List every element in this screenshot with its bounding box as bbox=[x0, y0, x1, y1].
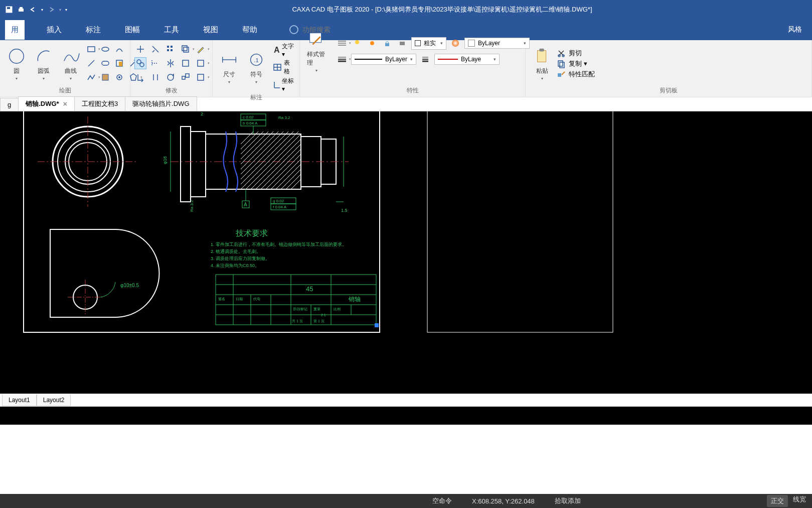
rectangle-icon[interactable]: ▾ bbox=[85, 43, 97, 55]
region-icon[interactable] bbox=[113, 43, 125, 55]
gear-icon[interactable] bbox=[113, 71, 125, 83]
svg-rect-146 bbox=[375, 323, 379, 327]
svg-text:2. 铣通调质处。去毛刺。: 2. 铣通调质处。去毛刺。 bbox=[211, 249, 261, 254]
undo-icon[interactable] bbox=[29, 6, 37, 14]
coord-button[interactable]: 坐标 ▾ bbox=[273, 77, 295, 92]
linetype-dropdown[interactable]: 粗实 ▾ bbox=[411, 37, 446, 50]
quick-access-toolbar: ▾ ▾ ▾ bbox=[0, 6, 72, 14]
slot-icon[interactable] bbox=[99, 57, 111, 69]
layout-tab-2[interactable]: Layout2 bbox=[37, 395, 71, 406]
hatch-icon[interactable] bbox=[99, 71, 111, 83]
line-icon[interactable] bbox=[85, 57, 97, 69]
svg-text:阶段标记: 阶段标记 bbox=[293, 307, 307, 311]
sun-icon[interactable] bbox=[366, 37, 378, 49]
undo-dropdown[interactable]: ▾ bbox=[41, 8, 43, 12]
cut-button[interactable]: 剪切 bbox=[557, 49, 595, 58]
drawing-canvas[interactable]: φ10±0.5 φ18 bbox=[0, 111, 812, 394]
tab-help[interactable]: 帮助 bbox=[240, 21, 259, 39]
drawing-content: φ10±0.5 φ18 bbox=[0, 111, 812, 394]
paste-button[interactable]: 粘贴 ▾ bbox=[530, 46, 555, 82]
color-dropdown[interactable]: ByLayer ▾ bbox=[464, 38, 530, 49]
ellipse-icon[interactable] bbox=[99, 43, 111, 55]
bulb-icon[interactable] bbox=[351, 37, 363, 49]
tab-annotate[interactable]: 标注 bbox=[84, 21, 103, 39]
dimension-button[interactable]: 尺寸 ▾ bbox=[217, 49, 242, 85]
polyline-icon[interactable]: ▾ bbox=[85, 71, 97, 83]
svg-rect-57 bbox=[560, 62, 564, 68]
doc-tab-3[interactable]: 驱动轮轴挡片.DWG bbox=[125, 96, 197, 111]
lock-icon[interactable] bbox=[381, 37, 393, 49]
modify-icons: ▾ ▾ ▾ ▾ bbox=[134, 43, 209, 84]
chamfer-icon[interactable]: ▾ bbox=[195, 57, 207, 69]
layout-tab-1[interactable]: Layout1 bbox=[2, 395, 37, 406]
tab-tools[interactable]: 工具 bbox=[162, 21, 181, 39]
fillet-icon[interactable] bbox=[180, 57, 192, 69]
split-icon[interactable] bbox=[149, 71, 161, 83]
mirror-icon[interactable] bbox=[165, 57, 177, 69]
svg-text:3. 调质处理后应力回复制做。: 3. 调质处理后应力回复制做。 bbox=[211, 256, 270, 261]
offset-icon[interactable]: ▾ bbox=[180, 43, 192, 55]
arc-button[interactable]: 圆弧 ▾ bbox=[31, 46, 56, 82]
svg-rect-16 bbox=[167, 49, 169, 51]
tab-home[interactable]: 用 bbox=[5, 20, 25, 40]
tab-sheet[interactable]: 图幅 bbox=[123, 21, 142, 39]
lines2-icon[interactable]: ▾ bbox=[336, 53, 348, 65]
redo-dropdown[interactable]: ▾ bbox=[59, 8, 61, 12]
svg-text:日期: 日期 bbox=[236, 297, 243, 301]
svg-rect-3 bbox=[20, 7, 23, 9]
svg-rect-26 bbox=[186, 74, 189, 77]
snap-mode[interactable]: 拾取添加 bbox=[555, 496, 581, 505]
table-button[interactable]: 表格 bbox=[273, 59, 295, 76]
ortho-toggle[interactable]: 正交 bbox=[767, 495, 788, 507]
copy-icon[interactable] bbox=[134, 57, 146, 69]
print-layer-icon[interactable] bbox=[396, 37, 408, 49]
svg-rect-59 bbox=[24, 111, 380, 332]
doc-tab-1[interactable]: 销轴.DWG*× bbox=[18, 96, 75, 111]
layer-dropdown[interactable]: ByLayer▾ bbox=[351, 54, 416, 65]
move-icon[interactable] bbox=[134, 43, 146, 55]
match-props-button[interactable]: 特性匹配 bbox=[557, 70, 595, 79]
command-area[interactable] bbox=[0, 407, 812, 425]
explode-icon[interactable]: ▾ bbox=[195, 71, 207, 83]
svg-line-86 bbox=[281, 169, 301, 189]
tab-view[interactable]: 视图 bbox=[201, 21, 220, 39]
lineweight-icon[interactable] bbox=[419, 53, 431, 65]
save-icon[interactable] bbox=[5, 6, 13, 14]
svg-text:φ10±0.5: φ10±0.5 bbox=[120, 283, 139, 288]
style-manager-button[interactable]: 样式管理 ▾ bbox=[304, 29, 329, 74]
text-button[interactable]: A文字 ▾ bbox=[273, 42, 295, 58]
close-icon[interactable]: × bbox=[63, 100, 67, 108]
stretch-icon[interactable] bbox=[134, 71, 146, 83]
array-icon[interactable] bbox=[165, 43, 177, 55]
clipboard-stack: 剪切 复制 ▾ 特性匹配 bbox=[557, 49, 595, 79]
block-icon[interactable] bbox=[113, 57, 125, 69]
trim-icon[interactable] bbox=[149, 43, 161, 55]
redo-icon[interactable] bbox=[47, 6, 55, 14]
group-properties: 样式管理 ▾ ▾ 粗实 ▾ bbox=[300, 40, 526, 97]
symbol-button[interactable]: .1 符号 ▾ bbox=[244, 49, 269, 85]
circle-button[interactable]: 圆 ▾ bbox=[4, 46, 29, 82]
svg-rect-73 bbox=[191, 132, 206, 197]
color-wheel-icon[interactable] bbox=[449, 37, 461, 49]
doc-tab-0[interactable]: g bbox=[0, 98, 19, 111]
lines-icon[interactable]: ▾ bbox=[336, 37, 348, 49]
curve-button[interactable]: 曲线 ▾ bbox=[58, 46, 83, 82]
lineweight-toggle[interactable]: 线宽 bbox=[793, 495, 806, 507]
layout-tabs: Layout1 Layout2 bbox=[0, 394, 812, 407]
doc-tab-2[interactable]: 工程图文档3 bbox=[74, 96, 125, 111]
svg-rect-1 bbox=[7, 7, 10, 9]
qat-dropdown[interactable]: ▾ bbox=[65, 8, 67, 12]
extend-icon[interactable] bbox=[149, 57, 161, 69]
tab-insert[interactable]: 插入 bbox=[45, 21, 64, 39]
copy-button[interactable]: 复制 ▾ bbox=[557, 59, 595, 68]
scale-icon[interactable] bbox=[180, 71, 192, 83]
svg-point-45 bbox=[452, 40, 459, 47]
rotate-icon[interactable] bbox=[165, 71, 177, 83]
svg-text:2: 2 bbox=[201, 111, 203, 116]
svg-rect-53 bbox=[539, 49, 544, 52]
pencil-icon[interactable]: ▾ bbox=[195, 43, 207, 55]
lineweight-dropdown[interactable]: ByLaye▾ bbox=[434, 54, 500, 65]
style-label[interactable]: 风格 bbox=[788, 25, 812, 34]
svg-text:技术要求: 技术要求 bbox=[235, 229, 268, 237]
print-icon[interactable] bbox=[17, 6, 25, 14]
